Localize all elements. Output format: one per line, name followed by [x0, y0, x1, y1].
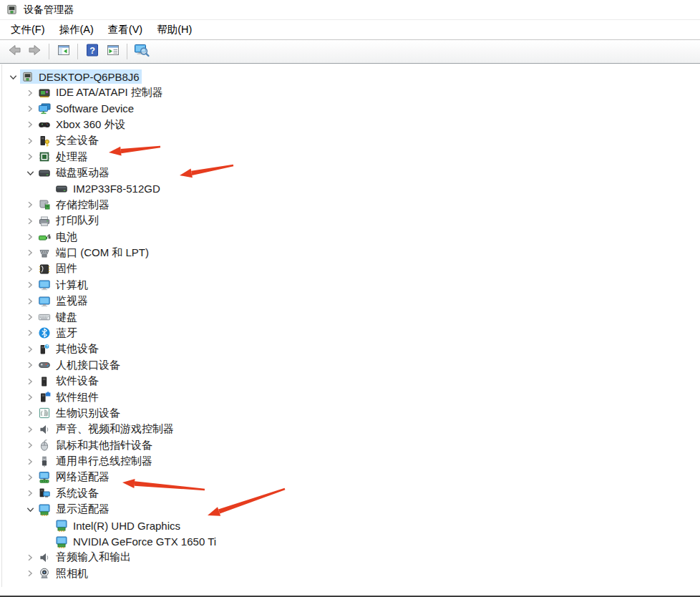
tree-item-content[interactable]: 声音、视频和游戏控制器	[37, 422, 176, 437]
tree-item[interactable]: IDE ATA/ATAPI 控制器	[0, 84, 700, 100]
tree-item[interactable]: 生物识别设备	[0, 405, 700, 421]
chevron-collapsed-icon[interactable]	[23, 215, 37, 227]
chevron-collapsed-icon[interactable]	[23, 296, 37, 307]
chevron-collapsed-icon[interactable]	[23, 359, 37, 371]
chevron-collapsed-icon[interactable]	[23, 151, 37, 162]
tree-item-content[interactable]: IM2P33F8-512GD	[54, 182, 162, 196]
chevron-collapsed-icon[interactable]	[23, 568, 37, 579]
tree-item[interactable]: 软件设备	[0, 373, 700, 389]
tree-item-content[interactable]: 存储控制器	[37, 198, 112, 212]
tree-item[interactable]: 存储控制器	[0, 197, 700, 213]
tree-item-content[interactable]: Intel(R) UHD Graphics	[54, 518, 183, 533]
chevron-collapsed-icon[interactable]	[23, 456, 37, 467]
tree-item[interactable]: 照相机	[0, 566, 700, 581]
tree-item-content[interactable]: 照相机	[37, 566, 90, 581]
chevron-collapsed-icon[interactable]	[23, 392, 37, 403]
chevron-collapsed-icon[interactable]	[23, 87, 37, 99]
chevron-collapsed-icon[interactable]	[23, 440, 37, 451]
tree-item[interactable]: 端口 (COM 和 LPT)	[0, 245, 700, 261]
chevron-collapsed-icon[interactable]	[23, 119, 37, 130]
chevron-collapsed-icon[interactable]	[23, 487, 37, 499]
tree-item-content[interactable]: 监视器	[37, 294, 90, 309]
tree-item[interactable]: 蓝牙	[0, 325, 700, 341]
menu-file[interactable]: 文件(F)	[4, 20, 52, 39]
back-button[interactable]	[4, 43, 24, 61]
tree-item[interactable]: 声音、视频和游戏控制器	[0, 422, 700, 437]
tree-item-content[interactable]: 软件组件	[37, 390, 101, 404]
scan-hardware-button[interactable]	[132, 43, 151, 61]
tree-item-content[interactable]: ?其他设备	[37, 342, 101, 356]
tree-item-content[interactable]: 键盘	[37, 310, 79, 324]
chevron-collapsed-icon[interactable]	[23, 199, 37, 210]
tree-item-content[interactable]: 通用串行总线控制器	[37, 455, 155, 469]
tree-item-content[interactable]: 系统设备	[37, 486, 101, 500]
tree-item-content[interactable]: 网络适配器	[37, 470, 112, 485]
tree-item[interactable]: 磁盘驱动器	[0, 165, 700, 180]
tree-item-content[interactable]: IDE ATA/ATAPI 控制器	[37, 86, 165, 100]
chevron-collapsed-icon[interactable]	[23, 344, 37, 355]
tree-item-content[interactable]: 端口 (COM 和 LPT)	[37, 246, 151, 260]
chevron-expanded-icon[interactable]	[23, 504, 37, 515]
tree-item[interactable]: Intel(R) UHD Graphics	[0, 518, 700, 533]
tree-item-content[interactable]: Xbox 360 外设	[37, 117, 128, 132]
chevron-expanded-icon[interactable]	[23, 168, 37, 179]
tree-item[interactable]: 监视器	[0, 293, 700, 309]
tree-item-content[interactable]: 电池	[37, 230, 79, 244]
tree-item[interactable]: Xbox 360 外设	[0, 117, 700, 132]
tree-item[interactable]: 音频输入和输出	[0, 550, 700, 566]
tree-item-content[interactable]: 生物识别设备	[37, 406, 122, 420]
tree-item-content[interactable]: 磁盘驱动器	[37, 166, 112, 180]
tree-item[interactable]: 打印队列	[0, 213, 700, 229]
menu-help[interactable]: 帮助(H)	[150, 20, 199, 39]
tree-item-content[interactable]: 固件	[37, 262, 79, 276]
chevron-collapsed-icon[interactable]	[23, 376, 37, 387]
tree-item[interactable]: 系统设备	[0, 485, 700, 501]
tree-item-content[interactable]: 蓝牙	[37, 326, 79, 340]
tree-item[interactable]: 显示适配器	[0, 502, 700, 518]
tree-item[interactable]: 通用串行总线控制器	[0, 453, 700, 469]
tree-item[interactable]: 人机接口设备	[0, 357, 700, 373]
properties-button[interactable]	[103, 43, 122, 61]
chevron-collapsed-icon[interactable]	[23, 472, 37, 483]
tree-item-content[interactable]: 计算机	[37, 278, 90, 292]
tree-item[interactable]: 网络适配器	[0, 470, 700, 485]
chevron-collapsed-icon[interactable]	[23, 231, 37, 243]
chevron-expanded-icon[interactable]	[6, 71, 20, 82]
tree-item-content[interactable]: 显示适配器	[37, 503, 112, 517]
chevron-collapsed-icon[interactable]	[23, 407, 37, 419]
tree-item[interactable]: 软件组件	[0, 389, 700, 405]
tree-item[interactable]: 处理器	[0, 149, 700, 165]
tree-item-content[interactable]: 安全设备	[37, 134, 101, 148]
chevron-collapsed-icon[interactable]	[23, 311, 37, 323]
forward-button[interactable]	[25, 43, 44, 61]
tree-item-content[interactable]: 音频输入和输出	[37, 550, 133, 565]
tree-item-content[interactable]: 人机接口设备	[37, 358, 122, 372]
tree-item-content[interactable]: NVIDIA GeForce GTX 1650 Ti	[54, 535, 218, 549]
tree-item-content[interactable]: 软件设备	[37, 374, 101, 389]
tree-item[interactable]: 电池	[0, 229, 700, 245]
chevron-collapsed-icon[interactable]	[23, 552, 37, 563]
help-button[interactable]: ?	[82, 43, 102, 61]
menu-action[interactable]: 操作(A)	[52, 20, 101, 39]
chevron-collapsed-icon[interactable]	[23, 424, 37, 435]
menu-view[interactable]: 查看(V)	[101, 20, 150, 39]
chevron-collapsed-icon[interactable]	[23, 327, 37, 339]
chevron-collapsed-icon[interactable]	[23, 263, 37, 275]
tree-item[interactable]: 固件	[0, 261, 700, 277]
tree-item[interactable]: 计算机	[0, 277, 700, 293]
chevron-collapsed-icon[interactable]	[23, 279, 37, 291]
tree-item[interactable]: 键盘	[0, 309, 700, 325]
tree-selection-highlight[interactable]: DESKTOP-Q6PB8J6	[20, 69, 142, 84]
console-tree-button[interactable]	[54, 43, 73, 61]
tree-item[interactable]: 鼠标和其他指针设备	[0, 437, 700, 453]
tree-item-content[interactable]: 处理器	[37, 150, 90, 164]
chevron-collapsed-icon[interactable]	[23, 247, 37, 258]
tree-item[interactable]: NVIDIA GeForce GTX 1650 Ti	[0, 533, 700, 549]
tree-item[interactable]: IM2P33F8-512GD	[0, 181, 700, 197]
tree-item[interactable]: Software Device	[0, 101, 700, 117]
tree-item-content[interactable]: 鼠标和其他指针设备	[37, 438, 155, 452]
tree-item-content[interactable]: 打印队列	[37, 214, 101, 228]
chevron-collapsed-icon[interactable]	[23, 103, 37, 115]
chevron-collapsed-icon[interactable]	[23, 135, 37, 147]
tree-item[interactable]: 安全设备	[0, 133, 700, 149]
